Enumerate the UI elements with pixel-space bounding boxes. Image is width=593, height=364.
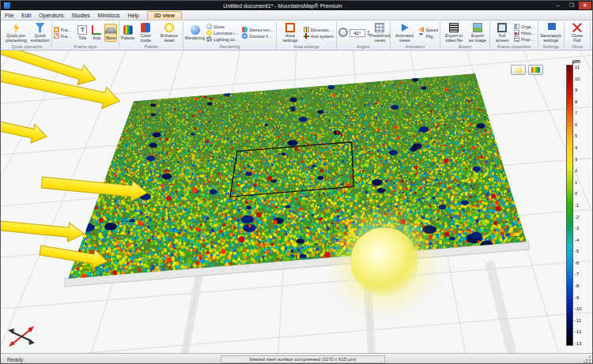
ribbon-group-area-settings: Area settingsDimension blockAxis systemA… bbox=[277, 21, 337, 50]
ribbon-button-luminous-intensity[interactable]: Luminous intensity bbox=[206, 30, 240, 36]
ribbon-button-lighting-configuration[interactable]: Lighting configuration bbox=[206, 36, 240, 42]
ribbon-button-gloss[interactable]: Gloss bbox=[206, 24, 240, 29]
ribbon-button-dimension-block[interactable]: Dimension block bbox=[304, 27, 334, 32]
colorbar-tick: 2 bbox=[575, 168, 590, 173]
surface-canvas[interactable] bbox=[1, 51, 592, 353]
menu-help[interactable]: Help bbox=[123, 11, 142, 20]
ribbon-button-export-to-video-file[interactable]: Export to video file bbox=[442, 21, 466, 44]
ribbon-button-close-full-screen[interactable]: Close Full screen bbox=[566, 21, 588, 44]
base-icon bbox=[104, 28, 117, 33]
ribbon-button-frame-fill[interactable]: Frame fill bbox=[54, 33, 74, 39]
ribbon-button-animated-views[interactable]: Animated views bbox=[392, 21, 417, 44]
ribbon-button-histogram[interactable]: Histogram bbox=[514, 30, 536, 36]
ribbon-button-predefined-views[interactable]: Predefined views bbox=[372, 21, 388, 44]
colorbar-gradient[interactable] bbox=[566, 65, 573, 346]
minimize-button[interactable]: – bbox=[552, 2, 565, 9]
app-icon bbox=[4, 2, 10, 9]
ribbon-group-palette: PaletteColor modeEnhance detailPalette bbox=[119, 21, 183, 50]
viewport-toolbar bbox=[511, 65, 543, 75]
ribbon-button-contour-lines[interactable]: Contour lines bbox=[242, 33, 274, 39]
ribbon-button-rendering[interactable]: Rendering bbox=[185, 24, 205, 42]
colorbar-tick: 9 bbox=[575, 88, 590, 92]
ribbon-button-axis-system[interactable]: Axis system bbox=[304, 33, 334, 39]
ribbon-button-flight-path[interactable]: Flight path bbox=[418, 33, 438, 39]
light-tool-button[interactable] bbox=[511, 65, 526, 75]
button-label: Close Full screen bbox=[568, 33, 587, 43]
ribbon-button-properties[interactable]: Properties bbox=[514, 36, 536, 42]
axis-indicator[interactable] bbox=[7, 322, 37, 351]
color-scale: µm 11109876543210-1-2-3-4-5-6-7-8-9-10-1… bbox=[566, 58, 590, 346]
ribbon-group-label: Palette bbox=[121, 44, 181, 50]
palette-tool-button[interactable] bbox=[528, 65, 543, 75]
point-light-sphere[interactable] bbox=[350, 227, 418, 295]
ribbon-button-full-screen[interactable]: Full screen bbox=[492, 21, 512, 44]
button-label: Gloss bbox=[213, 24, 225, 29]
menu-minidocs[interactable]: Minidocs bbox=[94, 11, 124, 20]
enhance-icon bbox=[164, 23, 174, 32]
palette-icon bbox=[531, 67, 540, 73]
window-title: Untitled document1* - MountainsMap® Prem… bbox=[13, 3, 552, 9]
close-button[interactable]: ✕ bbox=[579, 2, 591, 9]
maximize-button[interactable]: ❐ bbox=[565, 2, 578, 9]
ribbon-button-quick-extraction[interactable]: Quick extraction bbox=[30, 21, 50, 44]
menu-studies[interactable]: Studies bbox=[67, 11, 93, 20]
ribbon-button-base[interactable]: Base bbox=[104, 24, 117, 42]
ribbon-button-export-as-image[interactable]: Export as image bbox=[467, 21, 488, 44]
button-label: Full screen bbox=[493, 33, 511, 43]
ribbon-group-frame-style: Frame outlineFrame fillTitleAxisBaseFram… bbox=[52, 21, 119, 50]
ribbon-group-label: Rendering bbox=[185, 44, 274, 50]
fill-icon bbox=[54, 33, 59, 39]
ribbon-group-settings: Save/apply settingsSettings bbox=[538, 21, 565, 50]
save-icon bbox=[546, 23, 556, 32]
anim-icon bbox=[400, 23, 410, 32]
button-label: Title bbox=[78, 36, 86, 40]
button-label: Axis bbox=[93, 36, 100, 40]
ribbon-button-quick-pre-processing[interactable]: Quick pre-processing bbox=[4, 21, 28, 44]
ribbon-button-enhance-detail[interactable]: Enhance detail bbox=[157, 21, 182, 44]
button-label: Speed bbox=[425, 28, 438, 32]
ribbon-group-label: Close bbox=[566, 44, 588, 50]
extract-icon bbox=[36, 23, 45, 32]
dimension-icon bbox=[304, 27, 309, 32]
axissys-icon bbox=[304, 33, 309, 39]
ribbon-button-speed[interactable]: Speed bbox=[418, 27, 438, 32]
colorbar-tick: -10 bbox=[575, 306, 590, 311]
angle-value-input[interactable]: 42° bbox=[349, 29, 365, 37]
render-icon bbox=[191, 25, 200, 35]
video-icon bbox=[449, 23, 459, 32]
ribbon-group-label: Settings bbox=[540, 44, 562, 50]
ribbon-group-quick-operators: Quick pre-processingQuick extractionQuic… bbox=[2, 21, 52, 50]
light-icon bbox=[206, 30, 212, 36]
menu-operators[interactable]: Operators bbox=[35, 11, 67, 20]
button-label: Lighting configuration bbox=[213, 37, 240, 42]
resize-grip[interactable] bbox=[584, 356, 591, 363]
button-label: Properties bbox=[521, 37, 536, 42]
colorbar-tick: 6 bbox=[575, 122, 590, 127]
viewport-3d[interactable]: µm 11109876543210-1-2-3-4-5-6-7-8-9-10-1… bbox=[1, 51, 592, 353]
ribbon-button-frame-outline[interactable]: Frame outline bbox=[54, 27, 74, 32]
button-label: Frame fill bbox=[61, 34, 74, 39]
menu-edit[interactable]: Edit bbox=[17, 11, 35, 20]
menubar: FileEditOperatorsStudiesMinidocsHelp 3D … bbox=[1, 10, 592, 21]
tab-3d-view[interactable]: 3D view bbox=[147, 11, 182, 20]
button-label: Animated views bbox=[394, 33, 416, 43]
button-label: Predefined views bbox=[369, 33, 391, 43]
ribbon-button-axis[interactable]: Axis bbox=[90, 24, 103, 42]
button-label: Contour lines bbox=[249, 34, 274, 39]
ribbon-button-area-settings[interactable]: Area settings bbox=[278, 21, 301, 44]
button-label: Histogram bbox=[521, 31, 536, 36]
ribbon-button-organize[interactable]: Organize bbox=[514, 24, 536, 29]
button-label: Rendering bbox=[185, 36, 205, 40]
ribbon-button-palette[interactable]: Palette bbox=[121, 24, 134, 42]
lightning-icon bbox=[12, 23, 21, 32]
ribbon-button-save-apply-settings[interactable]: Save/apply settings bbox=[540, 21, 562, 44]
ribbon-button-color-mode[interactable]: Color mode bbox=[136, 21, 156, 44]
ribbon-button-stereo-rendering[interactable]: Stereo rendering bbox=[242, 27, 274, 32]
menu-file[interactable]: File bbox=[1, 11, 17, 20]
axis-icon bbox=[92, 25, 101, 35]
pitch-angle-control: 42°▲▼ bbox=[338, 28, 370, 38]
ribbon-button-title[interactable]: Title bbox=[76, 24, 89, 42]
status-dataset-label: blasted steel surface compressed (3270 x… bbox=[221, 355, 385, 363]
button-label: Palette bbox=[121, 36, 134, 40]
colormode-icon bbox=[141, 23, 150, 32]
